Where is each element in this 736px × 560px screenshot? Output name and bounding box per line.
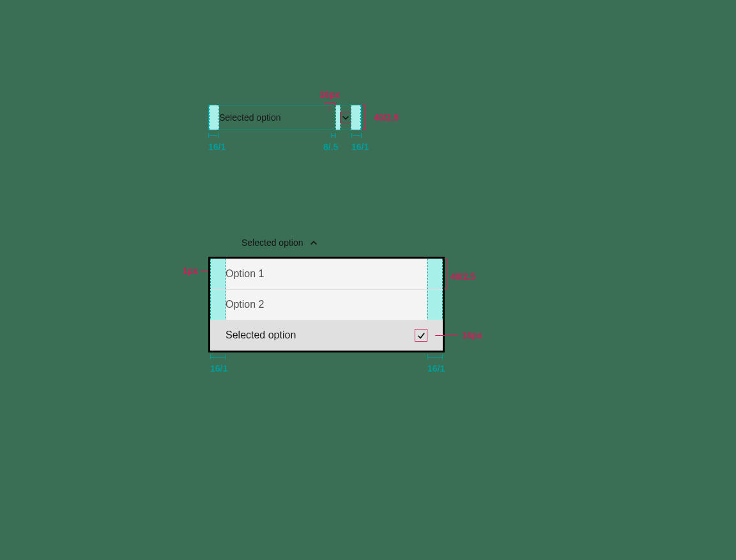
- chevron-size-label: 16px: [319, 89, 340, 100]
- padding-left-guide: [209, 105, 219, 130]
- dropdown-menu: Option 1 40/2.5 Option 2 Selected option: [208, 257, 445, 352]
- dropdown-open-trigger[interactable]: Selected option: [208, 232, 445, 253]
- padding-right-guide: [351, 105, 361, 130]
- menu-option-label: Option 1: [226, 268, 427, 280]
- row-height-label: 40/2.5: [450, 271, 475, 282]
- row-height-dimension: [444, 259, 448, 289]
- height-dimension: 40/2.5: [362, 105, 366, 130]
- height-label: 40/2.5: [374, 112, 399, 123]
- dim-right-label: 16/1: [351, 142, 362, 152]
- padding-mid-guide: [335, 105, 341, 130]
- dropdown-closed[interactable]: Selected option 40/2.5: [208, 105, 362, 130]
- dim-mid-label: 8/.5: [323, 142, 336, 152]
- menu-option-selected[interactable]: Selected option 16px: [210, 320, 443, 351]
- spec-canvas: 16px Selected option 40/2.5 16/1: [176, 98, 560, 462]
- dropdown-closed-spec: 16px Selected option 40/2.5 16/1: [208, 105, 362, 130]
- menu-dim-right-label: 16/1: [427, 363, 443, 374]
- menu-option-label: Selected option: [226, 329, 415, 341]
- menu-option[interactable]: Option 1 40/2.5: [210, 259, 443, 289]
- trigger-label: Selected option: [241, 238, 303, 248]
- menu-dim-left-label: 16/1: [210, 363, 226, 374]
- dropdown-selected-label: Selected option: [219, 112, 335, 123]
- menu-option-label: Option 2: [226, 299, 427, 310]
- dim-left-label: 16/1: [208, 142, 218, 152]
- dropdown-open-spec: Selected option 1px Option 1 40/2.: [208, 232, 445, 352]
- checkmark-size-callout: 16px: [435, 330, 482, 340]
- checkmark-size-label: 16px: [462, 330, 482, 340]
- menu-option[interactable]: Option 2: [210, 289, 443, 320]
- chevron-up-icon: [309, 238, 319, 248]
- checkmark-icon: [415, 329, 427, 342]
- chevron-down-icon: [341, 112, 351, 123]
- divider-thickness-label: 1px: [183, 266, 198, 276]
